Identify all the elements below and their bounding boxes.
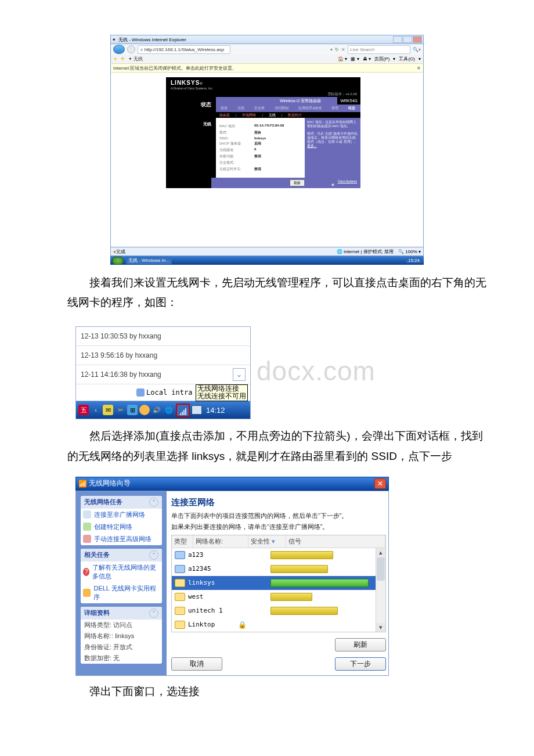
paragraph-2: 然后选择添加(直接点击添加，不用点旁边的下拉箭头)，会弹出下面对话框，找到的无线… <box>0 424 534 471</box>
cancel-button[interactable]: 取消 <box>171 657 222 671</box>
tab-setup[interactable]: 设置 <box>221 106 228 111</box>
taskbar-clock: 15:24 <box>406 258 422 263</box>
ie-title-bar: ✦ 无线 - Windows Internet Explorer <box>110 35 424 44</box>
zone-text: Internet | 保护模式: 禁用 <box>344 249 394 254</box>
sidebar-link[interactable]: 连接至非广播网络 <box>81 509 162 521</box>
tab-access[interactable]: 访问限制 <box>275 106 288 111</box>
scroll-thumb[interactable] <box>377 557 385 581</box>
back-button[interactable] <box>113 45 125 54</box>
refresh-button[interactable]: 刷新 <box>335 638 386 651</box>
tray-screenshot: 12-13 10:30:53 by hxxang 12-13 9:56:16 b… <box>75 326 251 419</box>
subtab-router[interactable]: 路由器 <box>219 113 230 117</box>
status-text: 完成 <box>116 249 125 255</box>
detail-row: 身份验证: 开放式 <box>81 642 162 653</box>
network-row[interactable]: a12345 <box>172 562 376 576</box>
forward-button[interactable] <box>127 45 135 53</box>
volume-icon[interactable]: 🔊 <box>151 405 162 415</box>
infobar-close-icon[interactable]: ✕ <box>417 66 421 71</box>
sidebar-link[interactable]: DELL 无线网卡实用程序 <box>81 582 162 603</box>
network-row[interactable]: unitech 1 <box>172 604 376 618</box>
subtab-wireless[interactable]: 无线 <box>269 113 276 117</box>
chevron-up-icon[interactable]: ˆ <box>149 550 158 560</box>
list-item: 12-13 10:30:53 by hxxang <box>76 327 250 346</box>
wifi-wizard: 📶 无线网络向导 ✕ 无线网络任务ˆ 连接至非广播网络 创建特定网络 手动连接至… <box>75 477 389 676</box>
feed-icon[interactable]: ▦ ▾ <box>351 56 359 62</box>
close-button[interactable]: ✕ <box>374 478 386 489</box>
detail-row: 数据加密: 无 <box>81 653 162 664</box>
network-row[interactable]: Linktop 🔒 <box>172 618 376 632</box>
search-input[interactable]: Live Search <box>348 45 410 54</box>
network-row-selected[interactable]: linksys <box>172 576 376 590</box>
sidebar-link[interactable]: ?了解有关无线网络的更多信息 <box>81 561 162 582</box>
mail-icon[interactable]: ✉ <box>103 405 113 415</box>
adhoc-icon <box>83 523 91 531</box>
maximize-button[interactable] <box>403 36 412 43</box>
sidebar-link[interactable]: 创建特定网络 <box>81 521 162 533</box>
close-button[interactable] <box>413 36 422 43</box>
url-input[interactable]: e http://192.168.1.1/Status_Wireless.asp <box>138 45 230 54</box>
taskbar-item[interactable]: 无线 - Windows In... <box>126 257 172 264</box>
tab-wireless[interactable]: 无线 <box>237 106 244 111</box>
chevron-up-icon[interactable]: ˆ <box>149 498 158 507</box>
shield-icon[interactable] <box>139 405 150 415</box>
network-icon[interactable]: ⊞ <box>127 405 138 415</box>
refresh-button[interactable]: 刷新 <box>290 179 305 186</box>
tools-menu[interactable]: 工具(O) <box>399 56 415 62</box>
subtab-stats[interactable]: 数据统计 <box>288 113 302 117</box>
lock-icon: 🔒 <box>238 621 247 629</box>
sidebar-link[interactable]: 手动连接至高级网络 <box>81 533 162 545</box>
network-row[interactable]: a123 <box>172 548 376 562</box>
tab-admin[interactable]: 管理 <box>331 106 338 111</box>
url-text: http://192.168.1.1/Status_Wireless.asp <box>145 47 224 52</box>
minimize-button[interactable] <box>393 36 402 43</box>
linksys-logo-sub: A Division of Cisco Systems, Inc. <box>171 87 213 90</box>
chevron-up-icon[interactable]: ˆ <box>149 609 158 618</box>
start-button[interactable] <box>112 257 124 265</box>
list-header: 类型 网络名称: 安全性 ▾ 信号 <box>172 535 385 548</box>
wifi-tray-icon[interactable] <box>176 404 190 417</box>
network-list: 类型 网络名称: 安全性 ▾ 信号 a123 <box>171 535 386 632</box>
ie-address-bar: e http://192.168.1.1/Status_Wireless.asp… <box>110 44 424 55</box>
tab-apps[interactable]: 应用程序&游戏 <box>298 106 322 111</box>
scroll-down-icon[interactable]: ▾ <box>376 623 385 632</box>
scroll-up-icon[interactable]: ▴ <box>376 548 385 557</box>
cisco-bridge-icon: ılıılı <box>331 183 333 186</box>
monitor-icon[interactable] <box>192 405 202 415</box>
tray-expand-icon[interactable]: ‹ <box>91 405 101 415</box>
wizard-sidebar: 无线网络任务ˆ 连接至非广播网络 创建特定网络 手动连接至高级网络 相关任务ˆ … <box>76 491 167 675</box>
help-icon: ? <box>83 568 89 576</box>
ie-info-bar[interactable]: Internet 区域当前已关闭保护模式。单击此处打开安全设置。 ✕ <box>110 63 424 73</box>
model-badge: WRK54G <box>337 97 360 105</box>
network-row[interactable]: west <box>172 590 376 604</box>
scrollbar[interactable]: ▴ ▾ <box>376 548 385 632</box>
zoom-text: 100% <box>405 249 417 254</box>
help-more-link[interactable]: 更多... <box>307 144 317 147</box>
detail-row: 网络名称:: linksys <box>81 631 162 642</box>
browser-tab[interactable]: ✦ 无线 <box>128 56 143 62</box>
section-title-details: 详细资料 <box>84 609 110 617</box>
home-icon[interactable]: 🏠 ▾ <box>338 56 347 62</box>
print-icon[interactable]: 🖶 ▾ <box>363 56 371 62</box>
wizard-main: 连接至网络 单击下面列表中的项目连接范围内的网络，然后单击“下一步”。 如果未列… <box>167 491 388 675</box>
ap-icon <box>175 607 185 615</box>
scissors-icon[interactable]: ✂ <box>115 405 125 415</box>
ap-icon <box>175 621 185 629</box>
expand-button[interactable]: ⌄ <box>233 368 246 381</box>
subtab-lan[interactable]: 本地网络 <box>242 113 256 117</box>
page-menu[interactable]: 页面(P) <box>374 56 390 62</box>
linksys-sub-tabs: 路由器 | 本地网络 | 无线 | 数据统计 <box>216 112 360 118</box>
cisco-logo: Cisco Systems <box>338 179 357 183</box>
wizard-heading: 连接至网络 <box>171 497 388 508</box>
tray-icon[interactable]: 五 <box>78 405 89 415</box>
tab-status[interactable]: 状态 <box>348 106 355 111</box>
paragraph-1: 接着我们来设置无线网卡，先启动无线管理程序，可以直接点击桌面的右下角的无线网卡的… <box>0 271 534 318</box>
update-icon[interactable]: 🌐 <box>164 405 174 415</box>
wizard-title-icon: 📶 <box>78 480 87 488</box>
ie-viewport: LINKSYS® A Division of Cisco Systems, In… <box>110 73 424 247</box>
next-button[interactable]: 下一步 <box>335 657 386 671</box>
tab-security[interactable]: 安全性 <box>254 106 265 111</box>
list-item: 12-13 9:56:16 by hxxang <box>76 346 250 365</box>
ie-window-title: 无线 - Windows Internet Explorer <box>118 37 186 43</box>
antenna-icon <box>83 510 91 519</box>
tray-local-row: Local intra 无线网络连接无线连接不可用 <box>76 384 250 401</box>
